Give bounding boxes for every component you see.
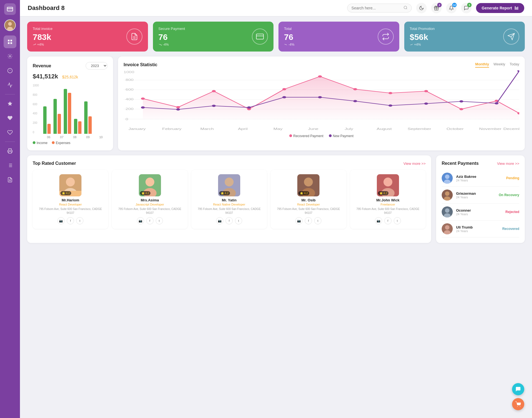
year-select[interactable]: 202320222021 xyxy=(86,62,108,70)
tab-weekly[interactable]: Weekly xyxy=(493,62,505,68)
svg-point-109 xyxy=(520,406,520,407)
facebook-icon-3[interactable]: f xyxy=(305,217,312,224)
facebook-icon-1[interactable]: f xyxy=(146,217,154,224)
svg-rect-4 xyxy=(8,40,10,42)
payment-age-3: 24 Years xyxy=(456,229,499,233)
main-content: Dashboard 8 2 12 5 Generate Report xyxy=(20,0,532,418)
customers-card: Top Rated Customer View more >> xyxy=(27,155,431,243)
stat-icon-total xyxy=(378,29,394,45)
customer-addr-3: 795 Folsom Ave, Suite 600 San Francisco,… xyxy=(274,207,343,215)
sidebar-item-list[interactable] xyxy=(4,159,16,172)
customers-view-more[interactable]: View more >> xyxy=(403,161,426,166)
gift-icon-btn[interactable]: 2 xyxy=(431,3,442,13)
invoice-legend: Recovered Payment New Payment xyxy=(124,134,519,138)
stat-label-total: Total xyxy=(284,27,294,31)
svg-point-49 xyxy=(318,75,322,78)
sidebar-logo[interactable] xyxy=(4,3,16,15)
svg-point-53 xyxy=(459,108,463,110)
customer-addr-0: 795 Folsom Ave, Suite 600 San Francisco,… xyxy=(36,207,105,215)
sidebar-item-document[interactable] xyxy=(4,173,16,186)
stat-label-payment: Secure Payment xyxy=(158,27,185,31)
svg-text:December: December xyxy=(503,127,519,130)
svg-point-56 xyxy=(141,106,145,109)
sidebar-item-dashboard[interactable] xyxy=(4,35,16,48)
payment-avatar-1 xyxy=(442,189,453,201)
search-bar xyxy=(347,4,412,12)
chat-icon-btn[interactable]: 5 xyxy=(461,3,472,13)
facebook-icon-4[interactable]: f xyxy=(384,217,392,224)
twitter-icon-2[interactable]: t xyxy=(235,217,242,224)
fab-support[interactable] xyxy=(512,383,524,395)
instagram-icon-0[interactable]: 📷 xyxy=(57,217,65,224)
bell-badge: 12 xyxy=(452,3,457,7)
stat-change-total: -4% xyxy=(284,43,294,47)
tab-monthly[interactable]: Monthly xyxy=(475,62,489,68)
tab-today[interactable]: Today xyxy=(510,62,519,68)
payments-view-more[interactable]: View more >> xyxy=(497,161,519,166)
twitter-icon-3[interactable]: t xyxy=(314,217,321,224)
facebook-icon-0[interactable]: f xyxy=(67,217,74,224)
instagram-icon-2[interactable]: 📷 xyxy=(216,217,223,224)
svg-point-50 xyxy=(353,88,357,90)
svg-text:September: September xyxy=(408,127,431,130)
svg-rect-6 xyxy=(8,42,10,44)
sidebar-item-info[interactable] xyxy=(4,64,16,77)
sidebar-item-analytics[interactable] xyxy=(4,79,16,91)
svg-text:June: June xyxy=(308,127,319,130)
avatar[interactable] xyxy=(4,19,16,31)
sidebar-item-print[interactable] xyxy=(4,145,16,157)
generate-report-button[interactable]: Generate Report xyxy=(476,3,524,13)
twitter-icon-4[interactable]: t xyxy=(394,217,401,224)
bar-income-3 xyxy=(74,119,77,134)
search-input[interactable] xyxy=(351,6,401,10)
stat-change-payment: -4% xyxy=(158,43,185,47)
svg-text:February: February xyxy=(162,127,182,130)
instagram-icon-1[interactable]: 📷 xyxy=(137,217,144,224)
customer-addr-4: 795 Folsom Ave, Suite 600 San Francisco,… xyxy=(354,207,422,215)
stat-label-promotion: Total Promotion xyxy=(410,27,435,31)
instagram-icon-4[interactable]: 📷 xyxy=(375,217,382,224)
svg-point-2 xyxy=(8,22,12,26)
twitter-icon-0[interactable]: t xyxy=(76,217,83,224)
instagram-icon-3[interactable]: 📷 xyxy=(295,217,303,224)
invoice-card: Invoice Statistic Monthly Weekly Today xyxy=(118,57,525,150)
customer-role-0: React Developer xyxy=(36,203,105,206)
revenue-card: Revenue 202320222021 $41,512k $25,612k 0… xyxy=(27,57,113,150)
header: Dashboard 8 2 12 5 Generate Report xyxy=(20,0,532,16)
customer-name-0: Mr.Hariom xyxy=(36,198,105,202)
svg-rect-31 xyxy=(256,34,264,39)
payment-avatar-3 xyxy=(442,223,453,234)
chart-legend: Income Expenses xyxy=(33,141,108,145)
svg-point-67 xyxy=(517,70,519,72)
income-legend-dot xyxy=(33,141,35,144)
svg-point-58 xyxy=(212,105,216,107)
svg-point-97 xyxy=(445,175,449,179)
facebook-icon-2[interactable]: f xyxy=(226,217,233,224)
stat-icon-promotion xyxy=(503,29,519,45)
svg-rect-28 xyxy=(517,7,518,10)
payment-name-1: Griezerman xyxy=(456,191,495,196)
rating-badge-4: ⭐ 4.2 xyxy=(378,191,389,195)
twitter-icon-1[interactable]: t xyxy=(156,217,163,224)
bell-icon-btn[interactable]: 12 xyxy=(446,3,457,13)
fab-cart[interactable] xyxy=(512,398,524,410)
stat-label-invoice: Total invoice xyxy=(33,27,53,31)
recovered-legend-dot xyxy=(289,134,292,137)
bar-expense-3 xyxy=(78,121,81,134)
customer-card-4: ⭐ 4.2 Mr.John Wick Freelancer 795 Folsom… xyxy=(350,170,426,229)
bar-group-4 xyxy=(84,101,92,134)
sidebar-item-star[interactable] xyxy=(4,97,16,110)
sidebar-item-settings[interactable] xyxy=(4,50,16,63)
dark-mode-toggle[interactable] xyxy=(416,3,427,13)
customer-name-1: Mrs.Asima xyxy=(115,198,184,202)
stat-change-invoice: +4% xyxy=(33,43,53,47)
rating-badge-3: ⭐ 4.2 xyxy=(298,191,309,195)
svg-point-103 xyxy=(445,208,449,213)
stat-icon-invoice xyxy=(126,29,142,45)
customer-photo-4: ⭐ 4.2 xyxy=(377,174,399,196)
customer-photo-2: ⭐ 4.2 xyxy=(218,174,240,196)
bar-group-0 xyxy=(43,106,51,134)
sidebar-item-favorites[interactable] xyxy=(4,112,16,124)
svg-point-48 xyxy=(282,88,286,90)
sidebar-item-heart-outline[interactable] xyxy=(4,126,16,139)
